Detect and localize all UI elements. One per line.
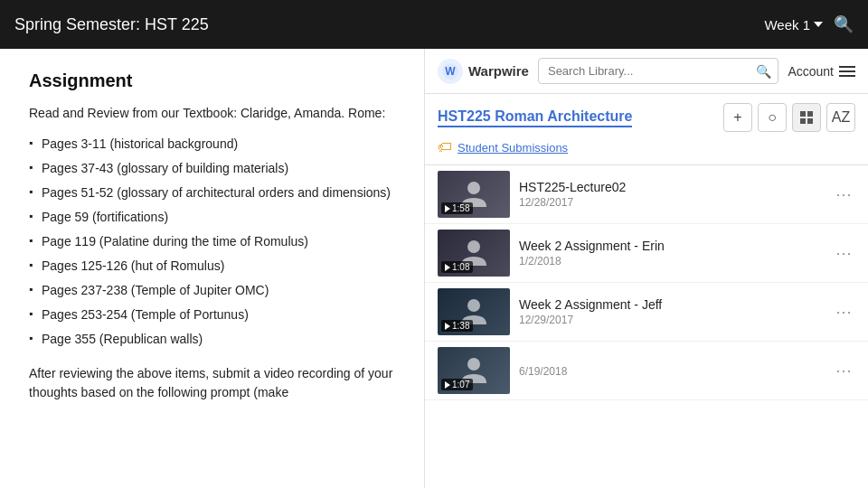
list-item: Pages 237-238 (Temple of Jupiter OMC) [29,278,395,303]
video-item[interactable]: 1:38 Week 2 Assignment - Jeff 12/29/2017… [425,283,868,342]
video-title: Week 2 Assignment - Erin [519,239,823,253]
video-date: 12/29/2017 [519,314,823,326]
warpwire-logo-svg: W [441,62,459,80]
video-duration: 1:38 [441,320,473,332]
library-section: HST225 Roman Architecture + ○ AZ [425,94,868,165]
list-item: Pages 253-254 (Temple of Portunus) [29,303,395,327]
video-info: 6/19/2018 [519,363,823,378]
svg-point-6 [467,182,480,194]
library-title: HST225 Roman Architecture [438,108,632,127]
video-duration: 1:08 [441,261,473,273]
video-duration: 1:58 [441,202,473,214]
svg-rect-5 [807,118,813,124]
svg-point-7 [467,240,480,253]
video-thumbnail: 1:38 [438,288,510,335]
video-duration: 1:07 [441,379,473,390]
top-bar: Spring Semester: HST 225 Week 1 🔍 [0,0,868,49]
video-thumbnail: 1:07 [438,347,510,394]
main-layout: Assignment Read and Review from our Text… [0,49,868,488]
assignment-intro: Read and Review from our Textbook: Clari… [29,104,395,123]
search-bar-icon: 🔍 [756,64,771,79]
list-item: Pages 125-126 (hut of Romulus) [29,254,395,278]
video-more-button[interactable]: ⋯ [832,239,855,267]
video-title: HST225-Lecture02 [519,180,823,194]
list-item: Page 355 (Republican walls) [29,327,395,352]
chevron-down-icon [814,22,823,27]
warpwire-logo: W Warpwire [438,59,529,84]
toolbar-buttons: + ○ AZ [723,103,855,132]
video-info: Week 2 Assignment - Erin 1/2/2018 [519,239,823,267]
sort-az-button[interactable]: AZ [826,103,855,132]
video-title: Week 2 Assignment - Jeff [519,297,823,312]
video-item[interactable]: 1:58 HST225-Lecture02 12/28/2017 ⋯ [425,165,868,224]
video-date: 6/19/2018 [519,365,823,378]
play-icon [445,381,450,389]
tag-icon: 🏷 [438,139,452,155]
week-label: Week 1 [764,17,810,33]
list-item: Page 119 (Palatine during the time of Ro… [29,230,395,254]
svg-point-9 [467,358,480,371]
assignment-footer: After reviewing the above items, submit … [29,364,395,402]
svg-rect-3 [807,111,813,117]
video-date: 12/28/2017 [519,196,823,209]
list-item: Pages 3-11 (historical background) [29,132,395,156]
course-title: Spring Semester: HST 225 [14,15,209,34]
circle-button[interactable]: ○ [758,103,787,132]
grid-button[interactable] [792,103,821,132]
submissions-row: 🏷 Student Submissions [438,139,855,155]
hamburger-icon [839,66,855,77]
svg-point-8 [467,299,480,312]
warpwire-name: Warpwire [468,63,529,79]
play-icon [445,323,450,330]
library-title-row: HST225 Roman Architecture + ○ AZ [438,103,855,132]
svg-text:W: W [445,65,456,78]
account-label: Account [788,64,834,79]
warpwire-header: W Warpwire 🔍 Account [425,49,868,94]
video-more-button[interactable]: ⋯ [832,298,855,325]
assignment-title: Assignment [29,70,395,91]
grid-icon [800,111,813,124]
video-info: Week 2 Assignment - Jeff 12/29/2017 [519,297,823,326]
list-item: Page 59 (fortifications) [29,205,395,230]
video-thumbnail: 1:08 [438,230,510,277]
video-date: 1/2/2018 [519,255,823,267]
svg-rect-2 [800,111,806,117]
search-input[interactable] [538,58,778,84]
left-panel: Assignment Read and Review from our Text… [0,49,425,488]
video-list: 1:58 HST225-Lecture02 12/28/2017 ⋯ [425,165,868,488]
video-item[interactable]: 1:08 Week 2 Assignment - Erin 1/2/2018 ⋯ [425,224,868,283]
add-button[interactable]: + [723,103,752,132]
search-bar: 🔍 [538,58,778,84]
assignment-list: Pages 3-11 (historical background) Pages… [29,132,395,352]
video-info: HST225-Lecture02 12/28/2017 [519,180,823,209]
search-icon[interactable]: 🔍 [834,14,854,34]
svg-rect-4 [800,118,806,124]
list-item: Pages 37-43 (glossary of building materi… [29,156,395,181]
video-more-button[interactable]: ⋯ [832,357,855,384]
play-icon [445,205,450,212]
week-selector[interactable]: Week 1 [764,17,823,33]
video-more-button[interactable]: ⋯ [832,181,855,208]
warpwire-icon: W [438,59,463,84]
account-button[interactable]: Account [788,64,855,79]
video-item[interactable]: 1:07 6/19/2018 ⋯ [425,342,868,400]
top-bar-right: Week 1 🔍 [764,14,854,34]
play-icon [445,264,450,271]
video-thumbnail: 1:58 [438,171,510,218]
right-panel: W Warpwire 🔍 Account HST225 R [425,49,868,488]
list-item: Pages 51-52 (glossary of architectural o… [29,181,395,205]
student-submissions-link[interactable]: Student Submissions [458,141,568,155]
